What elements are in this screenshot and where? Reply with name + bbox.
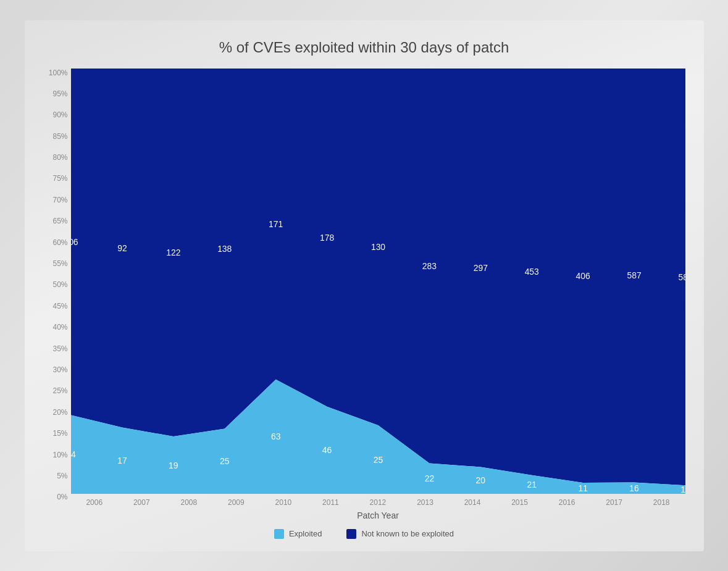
svg-text:92: 92 [117,243,127,252]
y-label-95: 95% [52,90,70,98]
svg-text:297: 297 [473,262,487,272]
svg-text:11: 11 [578,483,588,493]
legend-label-exploited: Exploited [289,529,322,538]
svg-text:406: 406 [575,270,590,280]
chart-container: % of CVEs exploited within 30 days of pa… [25,20,704,551]
svg-text:130: 130 [370,241,385,251]
x-label-2014: 2014 [449,498,496,507]
x-label-2016: 2016 [543,498,591,507]
svg-text:453: 453 [524,267,538,277]
y-label-35: 35% [52,344,70,353]
x-label-2006: 2006 [71,498,119,507]
y-label-20: 20% [52,408,70,417]
y-label-45: 45% [52,302,70,311]
y-label-60: 60% [52,238,70,247]
svg-marker-0 [71,69,685,485]
x-label-2012: 2012 [354,498,402,507]
y-label-0: 0% [57,493,70,501]
svg-text:587: 587 [627,270,641,280]
y-label-85: 85% [52,132,70,141]
legend-swatch-not-exploited [346,529,356,539]
y-label-65: 65% [52,217,70,225]
y-label-70: 70% [52,196,70,204]
svg-text:24: 24 [71,449,76,459]
svg-text:106: 106 [71,236,78,246]
svg-text:12: 12 [680,485,685,494]
svg-text:138: 138 [217,243,232,253]
y-label-40: 40% [52,323,70,331]
y-label-80: 80% [52,153,70,162]
y-label-25: 25% [52,386,70,395]
x-axis-title: Patch Year [71,511,685,520]
legend-item-not-exploited: Not known to be exploited [346,529,454,539]
legend: Exploited Not known to be exploited [274,529,454,539]
x-axis: 2006 2007 2008 2009 2010 2011 2012 2013 … [71,495,685,507]
svg-text:17: 17 [117,456,127,465]
x-label-2010: 2010 [260,498,308,507]
legend-swatch-exploited [274,529,284,539]
svg-text:19: 19 [169,460,178,470]
svg-text:178: 178 [319,232,333,242]
svg-text:21: 21 [527,479,537,489]
y-label-30: 30% [52,365,70,374]
x-label-2009: 2009 [212,498,260,507]
chart-area: 100% 95% 90% 85% 80% 75% 70% 65% 60% 55%… [43,69,685,520]
y-label-75: 75% [52,174,70,183]
y-label-15: 15% [52,429,70,438]
svg-text:63: 63 [270,431,280,441]
x-label-2007: 2007 [118,498,165,507]
svg-text:25: 25 [373,454,383,464]
svg-text:283: 283 [422,260,436,270]
legend-label-not-exploited: Not known to be exploited [361,529,454,538]
y-axis: 100% 95% 90% 85% 80% 75% 70% 65% 60% 55%… [43,69,71,520]
svg-text:46: 46 [322,445,332,455]
chart-main: 10692122138171178130283297453406587588 2… [71,69,685,520]
svg-text:16: 16 [629,483,639,493]
x-label-2018: 2018 [638,498,685,507]
x-label-2011: 2011 [307,498,354,507]
y-label-55: 55% [52,259,70,268]
chart-title: % of CVEs exploited within 30 days of pa… [219,39,509,56]
svg-text:122: 122 [166,247,180,257]
svg-text:588: 588 [678,272,685,281]
x-label-2013: 2013 [401,498,449,507]
svg-text:22: 22 [424,473,434,483]
y-label-100: 100% [49,69,71,77]
svg-text:25: 25 [220,456,230,466]
svg-text:20: 20 [475,475,485,485]
y-label-10: 10% [52,451,70,459]
y-label-90: 90% [52,110,70,119]
x-label-2015: 2015 [496,498,543,507]
x-label-2017: 2017 [590,498,638,507]
svg-text:171: 171 [269,219,283,228]
x-label-2008: 2008 [165,498,213,507]
y-label-5: 5% [57,472,70,480]
chart-svg: 10692122138171178130283297453406587588 2… [71,69,685,494]
y-label-50: 50% [52,280,70,289]
legend-item-exploited: Exploited [274,529,322,539]
